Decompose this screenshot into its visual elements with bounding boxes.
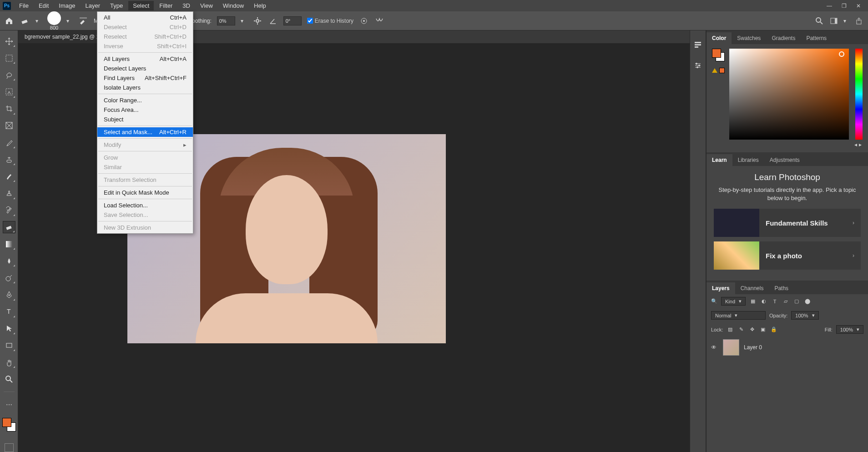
erase-to-history-input[interactable] <box>307 18 313 24</box>
menu-select[interactable]: Select <box>128 1 154 10</box>
menu-item-all[interactable]: AllCtrl+A <box>97 13 193 22</box>
hue-slider[interactable] <box>855 49 863 140</box>
menu-item-color-range[interactable]: Color Range... <box>97 95 193 105</box>
history-panel-icon[interactable] <box>693 40 703 50</box>
menu-item-subject[interactable]: Subject <box>97 115 193 124</box>
filter-adjustment-icon[interactable]: ◐ <box>760 298 767 305</box>
layer-thumbnail[interactable] <box>723 339 739 356</box>
gradient-tool[interactable] <box>3 238 15 250</box>
menu-type[interactable]: Type <box>106 1 127 10</box>
window-close[interactable]: ✕ <box>852 1 865 10</box>
tab-layers[interactable]: Layers <box>707 282 735 294</box>
tab-color[interactable]: Color <box>707 32 732 44</box>
tab-learn[interactable]: Learn <box>707 154 732 166</box>
chevron-down-icon[interactable]: ▾ <box>66 18 73 24</box>
filter-shape-icon[interactable]: ▱ <box>782 298 789 305</box>
menu-item-deselect-layers[interactable]: Deselect Layers <box>97 64 193 73</box>
pressure-opacity-icon[interactable] <box>359 16 369 26</box>
chevron-down-icon[interactable]: ▾ <box>843 18 850 24</box>
lock-artboard-icon[interactable]: ▣ <box>759 326 767 333</box>
tab-adjustments[interactable]: Adjustments <box>764 154 805 166</box>
menu-view[interactable]: View <box>196 1 217 10</box>
learn-card-fundamental[interactable]: Fundamental Skills › <box>714 209 861 237</box>
hand-tool[interactable] <box>3 356 15 368</box>
hue-arrow-right[interactable]: ▸ <box>859 141 862 148</box>
quick-selection-tool[interactable] <box>3 85 15 98</box>
menu-window[interactable]: Window <box>218 1 248 10</box>
window-maximize[interactable]: ❐ <box>837 1 851 10</box>
menu-item-edit-in-quick-mask-mode[interactable]: Edit in Quick Mask Mode <box>97 188 193 197</box>
frame-tool[interactable] <box>3 120 15 132</box>
menu-edit[interactable]: Edit <box>34 1 53 10</box>
menu-item-find-layers[interactable]: Find LayersAlt+Shift+Ctrl+F <box>97 73 193 83</box>
tool-preset-eraser-icon[interactable] <box>20 16 30 26</box>
foreground-color-swatch[interactable] <box>2 418 11 427</box>
tab-swatches[interactable]: Swatches <box>732 32 766 44</box>
menu-item-select-and-mask[interactable]: Select and Mask...Alt+Ctrl+R <box>97 127 193 137</box>
gamut-warning[interactable] <box>712 68 725 73</box>
foreground-background-colors[interactable] <box>2 418 16 431</box>
quick-mask-toggle[interactable] <box>5 443 14 452</box>
hue-arrow-left[interactable]: ◂ <box>854 141 857 148</box>
chevron-down-icon[interactable]: ▾ <box>241 18 247 24</box>
opacity-input[interactable]: 100%▾ <box>791 311 818 320</box>
rectangle-tool[interactable] <box>3 339 15 352</box>
lock-all-icon[interactable]: 🔒 <box>770 326 777 333</box>
tab-patterns[interactable]: Patterns <box>801 32 832 44</box>
menu-item-load-selection[interactable]: Load Selection... <box>97 201 193 210</box>
menu-help[interactable]: Help <box>249 1 271 10</box>
filter-smart-icon[interactable]: ▢ <box>793 298 800 305</box>
marquee-tool[interactable] <box>3 52 15 64</box>
history-brush-tool[interactable] <box>3 204 15 216</box>
move-tool[interactable] <box>3 35 15 47</box>
blend-mode-select[interactable]: Normal▾ <box>711 311 766 320</box>
filter-toggle-icon[interactable]: ⬤ <box>804 298 811 305</box>
path-selection-tool[interactable] <box>3 322 15 335</box>
tab-channels[interactable]: Channels <box>735 282 769 294</box>
share-icon[interactable] <box>854 16 864 26</box>
layer-row[interactable]: 👁 Layer 0 <box>707 336 868 358</box>
brush-tool[interactable] <box>3 170 15 182</box>
chevron-down-icon[interactable]: ▾ <box>35 18 42 24</box>
type-tool[interactable]: T <box>3 306 15 318</box>
layer-name[interactable]: Layer 0 <box>744 344 762 351</box>
foreground-color-swatch[interactable] <box>712 49 721 58</box>
menu-item-isolate-layers[interactable]: Isolate Layers <box>97 83 193 92</box>
healing-brush-tool[interactable] <box>3 153 15 166</box>
symmetry-icon[interactable] <box>374 16 384 26</box>
blur-tool[interactable] <box>3 255 15 267</box>
lock-pixels-icon[interactable]: ✎ <box>737 326 745 333</box>
lock-position-icon[interactable]: ✥ <box>748 326 756 333</box>
crop-tool[interactable] <box>3 103 15 115</box>
layer-visibility-icon[interactable]: 👁 <box>711 344 718 351</box>
brush-settings-icon[interactable] <box>78 16 88 26</box>
color-swatch-pair[interactable] <box>712 49 725 61</box>
filter-pixel-icon[interactable]: ▦ <box>749 298 757 305</box>
eyedropper-tool[interactable] <box>3 136 15 149</box>
menu-layer[interactable]: Layer <box>81 1 105 10</box>
menu-3d[interactable]: 3D <box>178 1 195 10</box>
learn-card-fix-photo[interactable]: Fix a photo › <box>714 241 861 270</box>
search-icon[interactable]: 🔍 <box>711 298 717 304</box>
workspace-icon[interactable] <box>829 16 839 26</box>
layer-filter-select[interactable]: Kind▾ <box>721 297 746 306</box>
pen-tool[interactable] <box>3 288 15 301</box>
smoothing-input[interactable] <box>217 16 235 25</box>
menu-file[interactable]: File <box>15 1 33 10</box>
search-icon[interactable] <box>814 16 824 26</box>
menu-filter[interactable]: Filter <box>155 1 177 10</box>
angle-input[interactable] <box>283 16 302 25</box>
gear-icon[interactable] <box>252 16 262 26</box>
tab-paths[interactable]: Paths <box>769 282 794 294</box>
menu-item-all-layers[interactable]: All LayersAlt+Ctrl+A <box>97 54 193 64</box>
filter-type-icon[interactable]: T <box>771 298 778 305</box>
erase-to-history-checkbox[interactable]: Erase to History <box>307 18 353 24</box>
menu-image[interactable]: Image <box>54 1 80 10</box>
tab-gradients[interactable]: Gradients <box>766 32 801 44</box>
eraser-tool[interactable] <box>3 221 15 233</box>
clone-stamp-tool[interactable] <box>3 187 15 199</box>
lasso-tool[interactable] <box>3 69 15 81</box>
menu-item-focus-area[interactable]: Focus Area... <box>97 105 193 115</box>
tab-libraries[interactable]: Libraries <box>732 154 764 166</box>
dodge-tool[interactable] <box>3 271 15 284</box>
